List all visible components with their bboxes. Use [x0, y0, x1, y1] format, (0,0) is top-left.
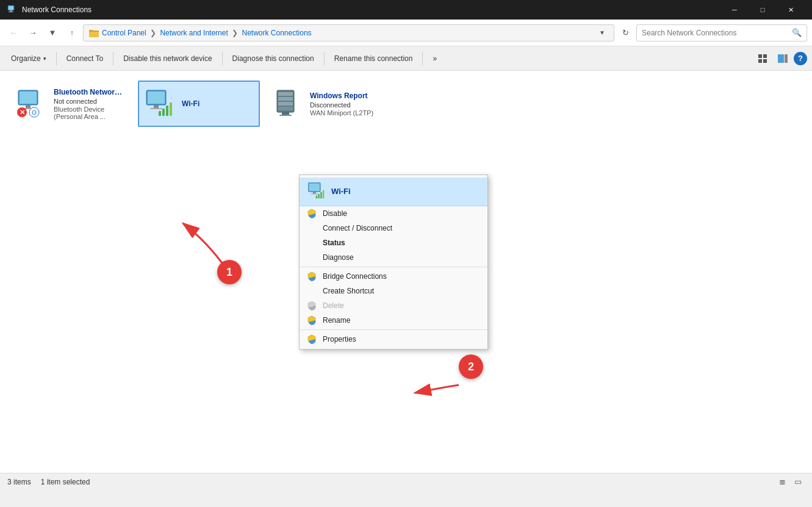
rename-button[interactable]: Rename this connection: [328, 50, 419, 67]
minimize-button[interactable]: ─: [720, 0, 749, 20]
network-internet-link[interactable]: Network and Internet: [160, 29, 228, 37]
wifi-icon: [144, 88, 176, 120]
bluetooth-info: Bluetooth Network Connection Not connect…: [54, 88, 126, 120]
context-menu-wifi-icon: [307, 181, 326, 201]
svg-rect-39: [311, 193, 318, 194]
svg-text:✕: ✕: [20, 109, 25, 116]
context-menu-create-shortcut-label: Create Shortcut: [323, 287, 374, 295]
context-menu-title: Wi-Fi: [331, 187, 351, 196]
step-2-circle: 2: [459, 354, 483, 379]
context-menu-status-label: Status: [323, 239, 345, 247]
context-menu-separator-2: [300, 329, 487, 330]
context-menu-diagnose[interactable]: Diagnose: [300, 250, 487, 265]
refresh-button[interactable]: ↻: [617, 24, 634, 41]
recent-locations-button[interactable]: ▼: [44, 24, 61, 41]
bluetooth-name: Bluetooth Network Connection: [54, 88, 126, 96]
list-item[interactable]: Wi-Fi: [138, 81, 260, 127]
context-menu-rename[interactable]: Rename: [300, 313, 487, 328]
maximize-button[interactable]: □: [749, 0, 777, 20]
shield-delete-icon: [306, 300, 318, 312]
forward-button[interactable]: →: [24, 24, 41, 41]
shield-disable-icon: [306, 207, 318, 220]
folder-icon: [88, 27, 99, 38]
bluetooth-status: Not connected: [54, 98, 126, 105]
svg-rect-9: [778, 54, 784, 63]
context-menu-create-shortcut[interactable]: Create Shortcut: [300, 284, 487, 298]
svg-rect-22: [150, 108, 162, 109]
context-menu-disable-label: Disable: [323, 209, 347, 218]
main-content: ✕ ʘ Bluetooth Network Connection Not con…: [0, 71, 812, 490]
bluetooth-type: Bluetooth Device (Personal Area ...: [54, 106, 126, 120]
network-connections-link[interactable]: Network Connections: [242, 29, 312, 37]
search-input[interactable]: [642, 29, 789, 37]
svg-rect-26: [170, 102, 172, 116]
svg-rect-20: [148, 92, 165, 104]
context-menu-connect-disconnect[interactable]: Connect / Disconnect: [300, 221, 487, 236]
context-menu-status[interactable]: Status: [300, 236, 487, 250]
toolbar-separator-4: [324, 52, 325, 65]
svg-rect-5: [758, 54, 762, 58]
svg-rect-23: [159, 111, 161, 116]
svg-rect-37: [309, 184, 320, 191]
svg-rect-3: [9, 12, 13, 12]
titlebar: Network Connections ─ □ ✕: [0, 0, 812, 20]
svg-rect-29: [278, 97, 293, 101]
preview-icon: [778, 54, 788, 63]
svg-rect-41: [318, 194, 319, 198]
up-button[interactable]: ↑: [63, 24, 81, 41]
list-item[interactable]: ✕ ʘ Bluetooth Network Connection Not con…: [10, 81, 132, 127]
context-menu-delete[interactable]: Delete: [300, 298, 487, 313]
diagnose-button[interactable]: Diagnose this connection: [226, 50, 320, 67]
connect-to-button[interactable]: Connect To: [60, 50, 110, 67]
more-options-button[interactable]: »: [426, 50, 443, 67]
window-controls: ─ □ ✕: [720, 0, 805, 20]
toolbar-right: ?: [755, 50, 807, 67]
address-box[interactable]: Control Panel ❯ Network and Internet ❯ N…: [83, 24, 614, 41]
back-button[interactable]: ←: [5, 24, 22, 41]
arrow-1: [134, 193, 268, 290]
network-items-container: ✕ ʘ Bluetooth Network Connection Not con…: [10, 81, 802, 127]
shield-properties-icon: [306, 333, 318, 345]
search-icon: 🔍: [792, 28, 802, 37]
context-menu-properties[interactable]: Properties: [300, 332, 487, 347]
wifi-name: Wi-Fi: [182, 99, 254, 108]
window-title: Network Connections: [22, 5, 720, 14]
close-button[interactable]: ✕: [777, 0, 805, 20]
organize-button[interactable]: Organize ▾: [5, 50, 52, 67]
svg-rect-28: [278, 92, 293, 96]
list-item[interactable]: Windows Report Disconnected WAN Miniport…: [266, 81, 388, 127]
change-view-button[interactable]: [755, 50, 772, 67]
svg-rect-8: [763, 59, 767, 63]
windows-report-name: Windows Report: [310, 92, 382, 100]
view-icon: [758, 54, 768, 63]
windows-report-status: Disconnected: [310, 101, 382, 109]
context-menu-connect-disconnect-label: Connect / Disconnect: [323, 224, 392, 232]
windows-report-icon: [272, 88, 304, 120]
svg-text:ʘ: ʘ: [32, 109, 37, 116]
control-panel-link[interactable]: Control Panel: [102, 29, 146, 37]
toolbar-separator-2: [113, 52, 113, 65]
svg-rect-42: [320, 192, 322, 198]
help-button[interactable]: ?: [794, 52, 807, 65]
svg-rect-2: [10, 10, 12, 12]
context-menu-bridge[interactable]: Bridge Connections: [300, 269, 487, 284]
items-count: 3 items: [7, 478, 31, 486]
svg-rect-38: [313, 192, 316, 193]
preview-pane-button[interactable]: [774, 50, 791, 67]
toolbar-separator-1: [56, 52, 57, 65]
search-box: 🔍: [636, 24, 807, 41]
svg-rect-1: [9, 6, 13, 10]
address-dropdown-button[interactable]: ▼: [595, 24, 609, 41]
svg-rect-40: [316, 195, 317, 198]
toolbar-separator-3: [222, 52, 223, 65]
context-menu-diagnose-label: Diagnose: [323, 253, 354, 262]
list-view-button[interactable]: ≣: [775, 475, 789, 489]
context-menu-disable[interactable]: Disable: [300, 206, 487, 221]
disable-button[interactable]: Disable this network device: [117, 50, 218, 67]
context-menu-header: Wi-Fi: [300, 178, 487, 206]
svg-rect-13: [26, 105, 31, 108]
details-view-button[interactable]: ▭: [791, 475, 805, 489]
svg-rect-31: [278, 107, 293, 110]
svg-rect-25: [166, 106, 168, 116]
statusbar-right: ≣ ▭: [775, 475, 805, 489]
